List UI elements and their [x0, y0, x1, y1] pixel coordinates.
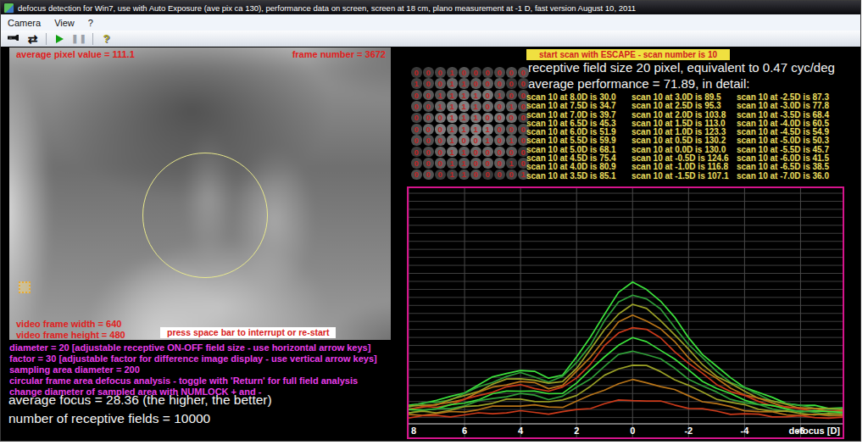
receptive-field-dot: 1	[447, 158, 458, 169]
settings-button[interactable]: ⇄	[24, 32, 42, 46]
dot-state-digit: 0	[498, 170, 502, 179]
receptive-field-dot: 1	[447, 135, 458, 146]
dot-state-digit: 0	[509, 147, 514, 157]
dot-state-digit: 0	[474, 136, 478, 145]
dot-state-digit: 0	[462, 68, 466, 77]
dot-state-digit: 0	[426, 113, 431, 122]
receptive-field-dot: 0	[482, 67, 493, 78]
receptive-field-dot: 0	[423, 67, 434, 78]
receptive-field-dot: 0	[423, 147, 434, 158]
dot-state-digit: 0	[498, 159, 502, 168]
dot-state-digit: 0	[521, 102, 526, 111]
dot-state-digit: 0	[486, 68, 490, 77]
capture-button[interactable]	[4, 32, 22, 46]
receptive-field-grid: 0001000000100110000000111101000011110010…	[411, 67, 531, 182]
receptive-field-dot: 0	[482, 101, 493, 112]
pause-button[interactable]: ❚❚	[70, 32, 88, 46]
dot-state-digit: 0	[438, 170, 442, 179]
dot-state-digit: 0	[415, 102, 419, 111]
receptive-field-dot: 0	[494, 101, 505, 112]
receptive-field-dot: 0	[459, 135, 470, 146]
dot-state-digit: 1	[462, 125, 466, 134]
dot-state-digit: 0	[438, 79, 442, 88]
receptive-field-dot: 0	[459, 67, 470, 78]
dot-state-digit: 1	[450, 147, 454, 157]
x-tick-label: -2	[684, 426, 693, 436]
switch-arrows-icon: ⇄	[28, 33, 38, 45]
receptive-field-dot: 0	[470, 158, 481, 169]
dot-state-digit: 0	[426, 136, 431, 145]
menu-view[interactable]: View	[47, 14, 81, 31]
focus-summary: average focus = 28.36 (the higher, the b…	[8, 391, 272, 428]
dot-state-digit: 0	[415, 170, 419, 179]
dot-state-digit: 0	[438, 136, 442, 145]
receptive-field-dot: 0	[482, 78, 493, 89]
receptive-field-dot: 1	[470, 124, 481, 135]
receptive-field-dot: 1	[447, 124, 458, 135]
dot-state-digit: 1	[438, 91, 442, 100]
dot-state-digit: 0	[509, 79, 514, 88]
x-tick-label: 2	[574, 426, 579, 436]
menu-camera[interactable]: Camera	[1, 14, 47, 31]
dot-state-digit: 1	[486, 125, 490, 134]
dot-state-digit: 0	[521, 125, 526, 134]
receptive-field-dot: 0	[506, 113, 517, 124]
receptive-field-dot: 0	[423, 170, 434, 181]
dot-state-digit: 1	[462, 91, 466, 100]
receptive-field-dot: 1	[470, 113, 481, 124]
receptive-field-dot: 0	[494, 78, 505, 89]
receptive-field-dot: 0	[494, 158, 505, 169]
receptive-field-dot: 0	[435, 147, 446, 158]
dot-state-digit: 1	[498, 91, 502, 100]
receptive-field-dot: 0	[518, 67, 529, 78]
dot-state-digit: 0	[521, 91, 526, 100]
dot-state-digit: 1	[474, 102, 478, 111]
receptive-field-dot: 0	[423, 101, 434, 112]
focus-marker-icon	[19, 281, 31, 293]
receptive-field-dot: 0	[423, 158, 434, 169]
dot-state-digit: 0	[415, 68, 419, 77]
receptive-field-dot: 0	[423, 124, 434, 135]
play-icon	[56, 35, 64, 43]
dot-state-digit: 0	[498, 113, 502, 122]
receptive-field-dot: 1	[459, 101, 470, 112]
title-bar[interactable]: defocus detection for Win7, use with Aut…	[1, 1, 860, 14]
dot-state-digit: 0	[474, 68, 478, 77]
dot-state-digit: 0	[521, 68, 526, 77]
dot-state-digit: 1	[450, 113, 454, 122]
dot-state-digit: 0	[498, 68, 502, 77]
receptive-field-dot: 0	[411, 147, 422, 158]
dot-state-digit: 0	[509, 170, 514, 179]
dot-state-digit: 0	[509, 125, 514, 134]
receptive-field-dot: 0	[423, 113, 434, 124]
receptive-field-dot: 1	[470, 101, 481, 112]
receptive-field-dot: 1	[447, 78, 458, 89]
scan-status-banner: start scan with ESCAPE - scan number is …	[526, 49, 730, 60]
toolbar: ⇄ ❚❚ ?	[1, 31, 860, 47]
x-tick-label: 4	[518, 426, 524, 436]
play-button[interactable]	[51, 32, 69, 46]
dot-state-digit: 1	[486, 136, 490, 145]
dot-state-digit: 0	[426, 91, 431, 100]
keyboard-instructions: diameter = 20 [adjustable receptive ON-O…	[9, 342, 377, 398]
help-button[interactable]: ?	[97, 32, 115, 46]
dot-state-digit: 1	[462, 79, 466, 88]
scan-result: scan 10 at -7.0D is 36.0	[737, 172, 829, 181]
pause-icon: ❚❚	[71, 34, 87, 43]
dot-state-digit: 0	[486, 91, 490, 100]
instruction-line: circular frame area defocus analysis - t…	[9, 375, 377, 387]
receptive-field-dot: 0	[494, 67, 505, 78]
dot-state-digit: 0	[426, 79, 431, 88]
dot-state-digit: 0	[486, 79, 490, 88]
receptive-field-dot: 0	[411, 135, 422, 146]
dot-state-digit: 0	[415, 159, 419, 168]
receptive-field-dot: 0	[470, 135, 481, 146]
dot-state-digit: 0	[415, 136, 419, 145]
receptive-field-dot: 0	[506, 147, 517, 158]
receptive-field-dot: 0	[506, 124, 517, 135]
toolbar-separator	[92, 33, 93, 45]
receptive-field-dot: 1	[459, 170, 470, 181]
menu-help[interactable]: ?	[81, 14, 100, 31]
receptive-field-dot: 0	[494, 147, 505, 158]
dot-state-digit: 1	[462, 170, 466, 179]
